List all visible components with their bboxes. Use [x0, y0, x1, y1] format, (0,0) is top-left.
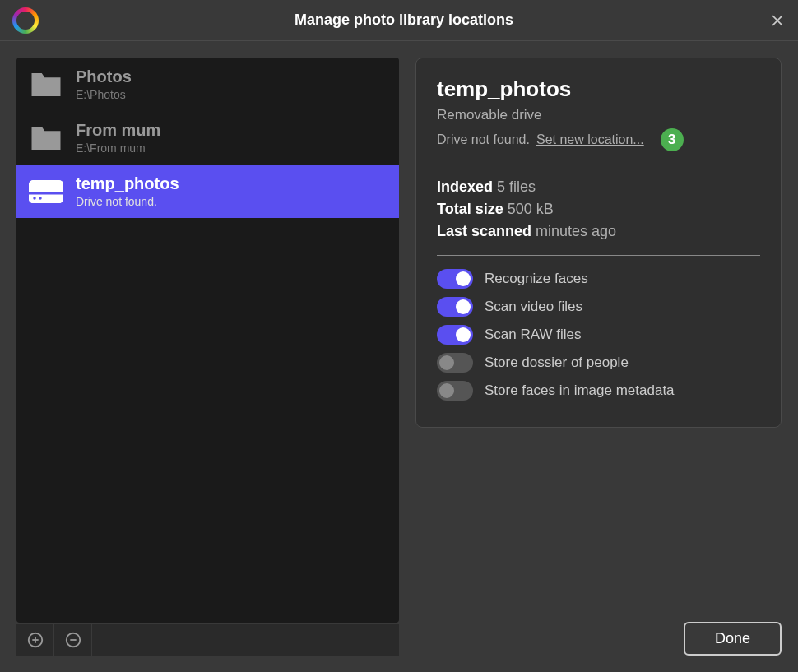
svg-rect-4 [29, 192, 63, 195]
location-name: temp_photos [76, 174, 179, 193]
toggle-scan-raw[interactable] [437, 325, 473, 345]
svg-point-5 [33, 197, 36, 200]
location-path: Drive not found. [76, 195, 179, 208]
detail-title: temp_photos [437, 76, 760, 102]
plus-circle-icon [26, 631, 44, 649]
toggle-store-faces-metadata[interactable] [437, 381, 473, 401]
scanned-stat: Last scanned minutes ago [437, 223, 760, 240]
minus-circle-icon [64, 631, 82, 649]
drive-icon [29, 177, 63, 206]
size-stat: Total size 500 kB [437, 201, 760, 218]
toggle-label: Recognize faces [485, 271, 588, 287]
folder-icon [29, 123, 63, 153]
toggle-scan-video[interactable] [437, 297, 473, 317]
location-name: From mum [76, 121, 160, 140]
toggle-label: Store dossier of people [485, 355, 629, 371]
location-path: E:\From mum [76, 141, 160, 155]
divider [437, 165, 760, 165]
step-badge: 3 [661, 128, 684, 151]
set-new-location-link[interactable]: Set new location... [536, 132, 644, 147]
location-name: Photos [76, 67, 132, 86]
toggle-label: Scan RAW files [485, 327, 581, 343]
done-button[interactable]: Done [684, 622, 782, 656]
detail-subtitle: Removable drive [437, 107, 760, 123]
toggle-recognize-faces[interactable] [437, 269, 473, 289]
folder-icon [29, 70, 63, 100]
location-item-temp-photos[interactable]: temp_photos Drive not found. [16, 165, 399, 218]
window-title: Manage photo library locations [39, 12, 769, 29]
add-location-button[interactable] [16, 624, 54, 656]
toggle-store-dossier[interactable] [437, 353, 473, 373]
detail-card: temp_photos Removable drive Drive not fo… [415, 58, 782, 428]
close-icon[interactable] [769, 12, 786, 29]
location-item-from-mum[interactable]: From mum E:\From mum [16, 111, 399, 165]
divider [437, 255, 760, 256]
indexed-stat: Indexed 5 files [437, 178, 760, 196]
app-logo [12, 7, 39, 34]
drive-status: Drive not found. [437, 132, 530, 147]
toggle-label: Store faces in image metadata [485, 382, 675, 399]
toggle-label: Scan video files [485, 299, 582, 315]
location-item-photos[interactable]: Photos E:\Photos [16, 58, 399, 111]
location-path: E:\Photos [76, 88, 132, 101]
svg-point-6 [39, 197, 42, 200]
location-list: Photos E:\Photos From mum E:\From mum te… [16, 58, 399, 623]
remove-location-button[interactable] [54, 624, 92, 656]
